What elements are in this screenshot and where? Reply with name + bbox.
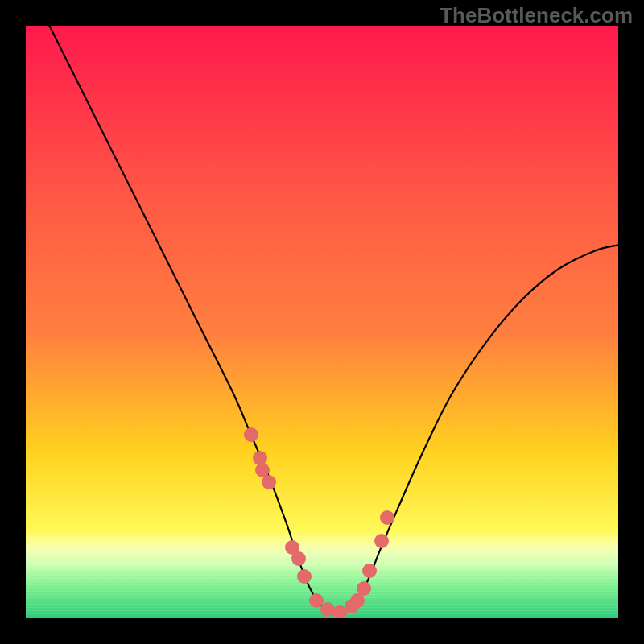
curve-marker bbox=[244, 427, 258, 442]
watermark-text: TheBottleneck.com bbox=[440, 3, 633, 28]
curve-marker bbox=[262, 475, 276, 489]
curve-marker bbox=[297, 569, 312, 584]
curve-marker bbox=[291, 551, 306, 566]
curve-marker bbox=[362, 564, 377, 578]
curve-marker bbox=[357, 581, 371, 596]
curve-marker bbox=[374, 534, 389, 548]
curve-layer bbox=[26, 26, 618, 618]
chart-container: TheBottleneck.com bbox=[0, 0, 644, 644]
curve-marker bbox=[380, 510, 394, 525]
plot-area bbox=[26, 26, 618, 618]
bottleneck-curve bbox=[49, 26, 618, 613]
